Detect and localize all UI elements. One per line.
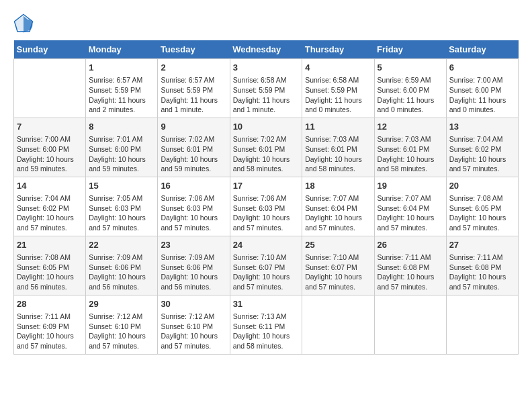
day-number: 27 (449, 239, 515, 251)
calendar-cell: 30Sunrise: 7:12 AM Sunset: 6:10 PM Dayli… (158, 295, 230, 354)
calendar-week-row: 21Sunrise: 7:08 AM Sunset: 6:05 PM Dayli… (14, 236, 519, 295)
day-info: Sunrise: 7:12 AM Sunset: 6:10 PM Dayligh… (89, 312, 154, 351)
calendar-cell: 15Sunrise: 7:05 AM Sunset: 6:03 PM Dayli… (86, 177, 158, 236)
day-info: Sunrise: 7:07 AM Sunset: 6:04 PM Dayligh… (378, 193, 443, 233)
column-header-thursday: Thursday (302, 40, 374, 59)
day-number: 6 (449, 62, 515, 74)
column-header-tuesday: Tuesday (158, 40, 230, 59)
day-info: Sunrise: 7:03 AM Sunset: 6:01 PM Dayligh… (378, 134, 443, 174)
day-info: Sunrise: 7:10 AM Sunset: 6:07 PM Dayligh… (233, 253, 300, 292)
day-info: Sunrise: 6:59 AM Sunset: 6:00 PM Dayligh… (378, 75, 443, 115)
day-info: Sunrise: 7:10 AM Sunset: 6:07 PM Dayligh… (305, 253, 371, 292)
day-info: Sunrise: 7:00 AM Sunset: 6:00 PM Dayligh… (17, 134, 83, 174)
day-number: 19 (378, 180, 443, 192)
day-info: Sunrise: 7:03 AM Sunset: 6:01 PM Dayligh… (305, 134, 371, 174)
calendar-header-row: SundayMondayTuesdayWednesdayThursdayFrid… (14, 40, 519, 59)
calendar-cell: 21Sunrise: 7:08 AM Sunset: 6:05 PM Dayli… (14, 236, 86, 295)
calendar-cell: 28Sunrise: 7:11 AM Sunset: 6:09 PM Dayli… (14, 295, 86, 354)
day-number: 9 (161, 121, 226, 133)
day-info: Sunrise: 7:12 AM Sunset: 6:10 PM Dayligh… (161, 312, 226, 351)
day-info: Sunrise: 6:58 AM Sunset: 5:59 PM Dayligh… (233, 75, 300, 115)
calendar-table: SundayMondayTuesdayWednesdayThursdayFrid… (13, 40, 519, 355)
day-number: 24 (233, 239, 300, 251)
day-number: 8 (89, 121, 154, 133)
calendar-cell: 26Sunrise: 7:11 AM Sunset: 6:08 PM Dayli… (374, 236, 446, 295)
day-number: 11 (305, 121, 371, 133)
day-info: Sunrise: 7:04 AM Sunset: 6:02 PM Dayligh… (449, 134, 515, 174)
day-number: 25 (305, 239, 371, 251)
day-info: Sunrise: 6:57 AM Sunset: 5:59 PM Dayligh… (161, 75, 226, 115)
calendar-cell: 20Sunrise: 7:08 AM Sunset: 6:05 PM Dayli… (446, 177, 518, 236)
day-info: Sunrise: 7:11 AM Sunset: 6:08 PM Dayligh… (378, 253, 443, 292)
day-number: 28 (17, 298, 83, 310)
calendar-cell: 11Sunrise: 7:03 AM Sunset: 6:01 PM Dayli… (302, 118, 374, 177)
calendar-cell: 2Sunrise: 6:57 AM Sunset: 5:59 PM Daylig… (158, 59, 230, 118)
calendar-cell: 24Sunrise: 7:10 AM Sunset: 6:07 PM Dayli… (230, 236, 302, 295)
day-number: 29 (89, 298, 154, 310)
page-header (13, 13, 519, 34)
calendar-week-row: 14Sunrise: 7:04 AM Sunset: 6:02 PM Dayli… (14, 177, 519, 236)
day-info: Sunrise: 7:09 AM Sunset: 6:06 PM Dayligh… (161, 253, 226, 292)
calendar-cell: 27Sunrise: 7:11 AM Sunset: 6:08 PM Dayli… (446, 236, 518, 295)
calendar-week-row: 7Sunrise: 7:00 AM Sunset: 6:00 PM Daylig… (14, 118, 519, 177)
day-number: 15 (89, 180, 154, 192)
day-info: Sunrise: 7:02 AM Sunset: 6:01 PM Dayligh… (161, 134, 226, 174)
day-number: 30 (161, 298, 226, 310)
day-number: 31 (233, 298, 300, 310)
day-info: Sunrise: 7:11 AM Sunset: 6:09 PM Dayligh… (17, 312, 83, 351)
day-number: 22 (89, 239, 154, 251)
calendar-cell: 3Sunrise: 6:58 AM Sunset: 5:59 PM Daylig… (230, 59, 302, 118)
day-number: 18 (305, 180, 371, 192)
day-info: Sunrise: 7:07 AM Sunset: 6:04 PM Dayligh… (305, 193, 371, 233)
calendar-cell: 25Sunrise: 7:10 AM Sunset: 6:07 PM Dayli… (302, 236, 374, 295)
calendar-cell: 31Sunrise: 7:13 AM Sunset: 6:11 PM Dayli… (230, 295, 302, 354)
day-number: 16 (161, 180, 226, 192)
calendar-cell: 18Sunrise: 7:07 AM Sunset: 6:04 PM Dayli… (302, 177, 374, 236)
day-number: 14 (17, 180, 83, 192)
calendar-cell (374, 295, 446, 354)
day-info: Sunrise: 6:57 AM Sunset: 5:59 PM Dayligh… (89, 75, 154, 115)
day-info: Sunrise: 7:02 AM Sunset: 6:01 PM Dayligh… (233, 134, 300, 174)
day-number: 26 (378, 239, 443, 251)
column-header-sunday: Sunday (14, 40, 86, 59)
day-number: 4 (305, 62, 371, 74)
day-number: 21 (17, 239, 83, 251)
day-info: Sunrise: 7:11 AM Sunset: 6:08 PM Dayligh… (449, 253, 515, 292)
day-info: Sunrise: 7:00 AM Sunset: 6:00 PM Dayligh… (449, 75, 515, 115)
logo (13, 13, 37, 34)
column-header-monday: Monday (86, 40, 158, 59)
calendar-cell: 8Sunrise: 7:01 AM Sunset: 6:00 PM Daylig… (86, 118, 158, 177)
column-header-wednesday: Wednesday (230, 40, 302, 59)
calendar-cell (302, 295, 374, 354)
calendar-cell: 1Sunrise: 6:57 AM Sunset: 5:59 PM Daylig… (86, 59, 158, 118)
calendar-cell: 16Sunrise: 7:06 AM Sunset: 6:03 PM Dayli… (158, 177, 230, 236)
calendar-cell: 17Sunrise: 7:06 AM Sunset: 6:03 PM Dayli… (230, 177, 302, 236)
day-info: Sunrise: 7:05 AM Sunset: 6:03 PM Dayligh… (89, 193, 154, 233)
day-info: Sunrise: 6:58 AM Sunset: 5:59 PM Dayligh… (305, 75, 371, 115)
calendar-cell (14, 59, 86, 118)
day-number: 17 (233, 180, 300, 192)
day-info: Sunrise: 7:06 AM Sunset: 6:03 PM Dayligh… (161, 193, 226, 233)
calendar-cell: 9Sunrise: 7:02 AM Sunset: 6:01 PM Daylig… (158, 118, 230, 177)
day-info: Sunrise: 7:06 AM Sunset: 6:03 PM Dayligh… (233, 193, 300, 233)
calendar-cell: 5Sunrise: 6:59 AM Sunset: 6:00 PM Daylig… (374, 59, 446, 118)
column-header-friday: Friday (374, 40, 446, 59)
calendar-cell: 14Sunrise: 7:04 AM Sunset: 6:02 PM Dayli… (14, 177, 86, 236)
calendar-cell: 13Sunrise: 7:04 AM Sunset: 6:02 PM Dayli… (446, 118, 518, 177)
calendar-cell: 29Sunrise: 7:12 AM Sunset: 6:10 PM Dayli… (86, 295, 158, 354)
calendar-week-row: 1Sunrise: 6:57 AM Sunset: 5:59 PM Daylig… (14, 59, 519, 118)
calendar-cell: 6Sunrise: 7:00 AM Sunset: 6:00 PM Daylig… (446, 59, 518, 118)
calendar-cell (446, 295, 518, 354)
day-info: Sunrise: 7:13 AM Sunset: 6:11 PM Dayligh… (233, 312, 300, 351)
day-info: Sunrise: 7:08 AM Sunset: 6:05 PM Dayligh… (17, 253, 83, 292)
day-number: 7 (17, 121, 83, 133)
calendar-cell: 23Sunrise: 7:09 AM Sunset: 6:06 PM Dayli… (158, 236, 230, 295)
day-number: 1 (89, 62, 154, 74)
day-info: Sunrise: 7:09 AM Sunset: 6:06 PM Dayligh… (89, 253, 154, 292)
day-info: Sunrise: 7:08 AM Sunset: 6:05 PM Dayligh… (449, 193, 515, 233)
day-number: 3 (233, 62, 300, 74)
day-number: 5 (378, 62, 443, 74)
calendar-cell: 10Sunrise: 7:02 AM Sunset: 6:01 PM Dayli… (230, 118, 302, 177)
day-number: 13 (449, 121, 515, 133)
day-info: Sunrise: 7:01 AM Sunset: 6:00 PM Dayligh… (89, 134, 154, 174)
